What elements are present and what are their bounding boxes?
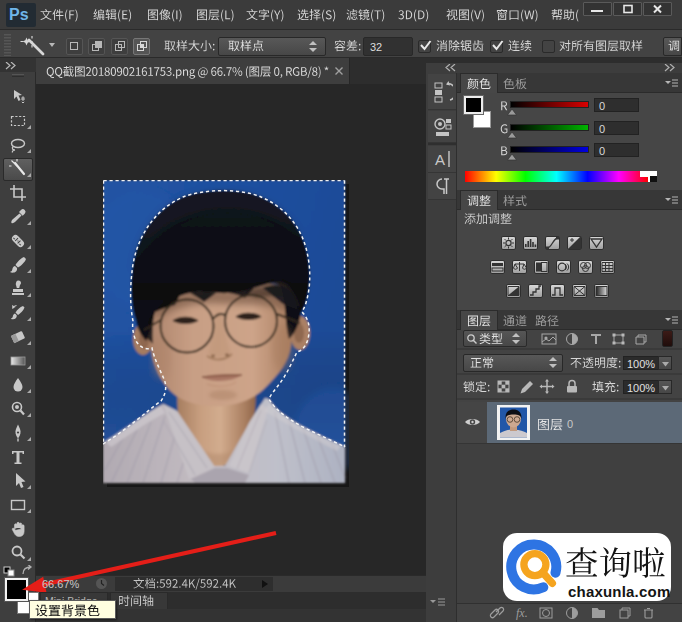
svg-text:fx.: fx. (516, 606, 528, 620)
svg-text:A: A (435, 151, 445, 168)
